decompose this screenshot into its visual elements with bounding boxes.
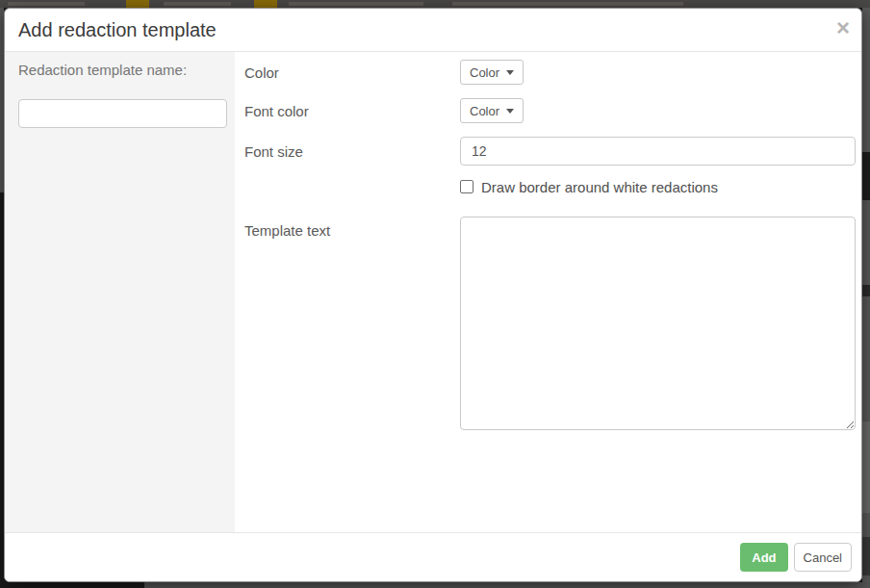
dialog-title: Add redaction template xyxy=(18,19,217,41)
draw-border-checkbox[interactable] xyxy=(460,180,473,193)
backdrop-folder-icon xyxy=(254,0,277,8)
draw-border-row: Draw border around white redactions xyxy=(460,179,856,194)
template-name-label: Redaction template name: xyxy=(18,62,227,78)
backdrop-folder-icon xyxy=(126,0,149,8)
backdrop-text-remnant xyxy=(452,2,683,6)
color-row: Color Color xyxy=(244,60,856,85)
font-size-row: Font size xyxy=(244,137,856,166)
backdrop-patch xyxy=(862,285,870,296)
dialog-header: Add redaction template × xyxy=(5,9,861,52)
color-dropdown-label: Color xyxy=(470,65,499,80)
template-text-textarea[interactable] xyxy=(460,217,856,430)
template-name-panel: Redaction template name: xyxy=(5,52,235,532)
add-redaction-template-dialog: Add redaction template × Redaction templ… xyxy=(4,8,862,582)
cancel-button[interactable]: Cancel xyxy=(794,543,852,572)
template-name-input[interactable] xyxy=(18,99,227,128)
backdrop-patch xyxy=(862,152,870,200)
template-text-row: Template text xyxy=(244,217,856,430)
backdrop-bottom-strip xyxy=(144,582,870,588)
add-button[interactable]: Add xyxy=(740,543,787,572)
backdrop-text-remnant xyxy=(8,2,85,6)
font-color-row: Font color Color xyxy=(244,98,856,123)
template-text-label: Template text xyxy=(244,217,460,239)
backdrop-text-remnant xyxy=(164,2,231,6)
backdrop-right-strip xyxy=(862,8,870,582)
backdrop-top-strip xyxy=(0,0,870,8)
close-icon[interactable]: × xyxy=(836,16,850,39)
color-label: Color xyxy=(244,64,460,81)
font-color-dropdown-label: Color xyxy=(470,104,499,118)
draw-border-label: Draw border around white redactions xyxy=(481,179,718,195)
font-color-dropdown[interactable]: Color xyxy=(460,98,524,123)
font-size-label: Font size xyxy=(244,143,460,160)
backdrop-text-remnant xyxy=(289,2,423,6)
font-size-input[interactable] xyxy=(460,137,856,166)
dialog-footer: Add Cancel xyxy=(5,532,861,581)
font-color-label: Font color xyxy=(244,103,460,119)
backdrop-patch xyxy=(862,422,870,513)
template-settings-form: Color Color Font color Color Font size xyxy=(235,52,861,532)
backdrop-patch xyxy=(862,537,870,575)
caret-down-icon xyxy=(506,109,514,114)
color-dropdown[interactable]: Color xyxy=(460,60,524,85)
dialog-body: Redaction template name: Color Color Fon… xyxy=(5,52,861,532)
caret-down-icon xyxy=(506,70,514,75)
